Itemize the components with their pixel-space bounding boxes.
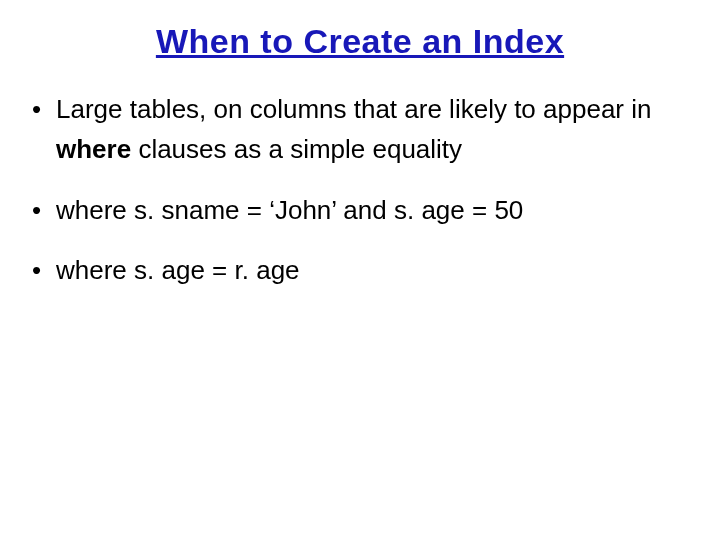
bullet-text-pre: where s. age = r. age	[56, 255, 300, 285]
bullet-list: Large tables, on columns that are likely…	[28, 89, 692, 290]
bullet-text-pre: Large tables, on columns that are likely…	[56, 94, 651, 124]
slide-title: When to Create an Index	[28, 22, 692, 61]
bullet-text-pre: where s. sname = ‘John’ and s. age = 50	[56, 195, 523, 225]
list-item: where s. age = r. age	[28, 250, 692, 290]
list-item: Large tables, on columns that are likely…	[28, 89, 692, 170]
bullet-text-post: clauses as a simple equality	[131, 134, 462, 164]
bullet-keyword: where	[56, 134, 131, 164]
slide: When to Create an Index Large tables, on…	[0, 0, 720, 540]
list-item: where s. sname = ‘John’ and s. age = 50	[28, 190, 692, 230]
